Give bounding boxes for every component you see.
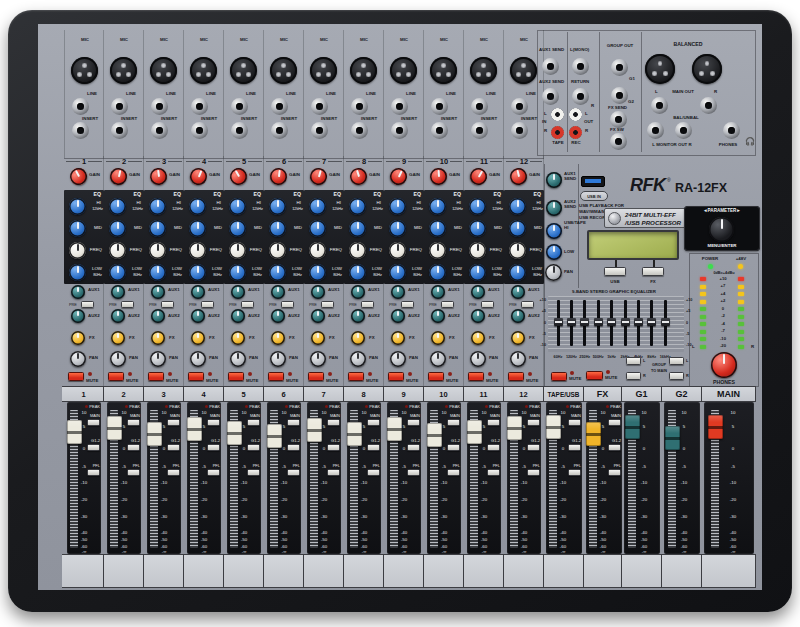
fader-scale-mark: -30: [241, 514, 247, 519]
pfl-button[interactable]: [207, 469, 220, 476]
main-button[interactable]: [167, 419, 180, 426]
fader-scale-mark: -40: [600, 530, 606, 535]
fader-scale-mark: -20: [81, 497, 87, 502]
fader-cap[interactable]: [307, 418, 322, 442]
fader-cap[interactable]: [67, 420, 82, 444]
peak-led: [165, 405, 169, 409]
fader-scale-mark: 0: [443, 446, 445, 451]
g12-button[interactable]: [207, 444, 220, 451]
fader-scale-mark: 10: [282, 410, 287, 415]
pfl-button[interactable]: [527, 469, 540, 476]
fader-cap[interactable]: [147, 422, 162, 446]
fader-scale-mark: 0: [562, 446, 564, 451]
fader-strip-8: 1050-5-10-20-30-40-50-60-∞PEAKMAING1-2PF…: [347, 402, 381, 554]
peak-led: [85, 405, 89, 409]
main-button-label: MAIN: [410, 413, 420, 418]
bottom-band-segment: [224, 555, 264, 587]
g12-button[interactable]: [447, 444, 460, 451]
fader-scale-mark: -10: [560, 480, 566, 485]
main-button[interactable]: [127, 419, 140, 426]
g12-button[interactable]: [127, 444, 140, 451]
fader-strip-tape-usb: 1050-5-10-20-30-40-50-60-∞PEAKMAING1-2PF…: [546, 402, 582, 554]
pfl-button[interactable]: [447, 469, 460, 476]
g12-button-label: G1-2: [491, 438, 500, 443]
fader-scale-mark: 5: [283, 424, 285, 429]
fader-scale-mark: -40: [560, 530, 566, 535]
g12-button[interactable]: [87, 444, 100, 451]
pfl-button-label: PFL: [93, 463, 100, 468]
fader-scale-mark: -40: [441, 530, 447, 535]
g12-button[interactable]: [287, 444, 300, 451]
fader-scale-mark: -10: [730, 480, 736, 485]
peak-label: PEAK: [129, 404, 140, 409]
fader-cap[interactable]: [227, 421, 242, 445]
fader-scale-mark: -50: [241, 537, 247, 542]
main-button-label: MAIN: [571, 413, 581, 418]
g12-button[interactable]: [608, 444, 621, 451]
peak-label: PEAK: [570, 404, 581, 409]
fader-cap[interactable]: [467, 420, 482, 444]
fader-scale-mark: -40: [281, 530, 287, 535]
g12-button[interactable]: [527, 444, 540, 451]
main-button[interactable]: [247, 419, 260, 426]
fader-cap[interactable]: [187, 417, 202, 441]
pfl-button[interactable]: [407, 469, 420, 476]
pfl-button[interactable]: [327, 469, 340, 476]
fader-cap[interactable]: [427, 423, 442, 447]
fader-scale-mark: -50: [161, 537, 167, 542]
fader-strip-6: 1050-5-10-20-30-40-50-60-∞PEAKMAING1-2PF…: [267, 402, 301, 554]
fader-scale-mark: 0: [523, 446, 525, 451]
fader-cap[interactable]: [546, 415, 561, 439]
fader-scale-mark: -50: [681, 537, 687, 542]
main-button[interactable]: [527, 419, 540, 426]
fader-scale-mark: 10: [561, 410, 566, 415]
g12-button[interactable]: [367, 444, 380, 451]
g12-button[interactable]: [327, 444, 340, 451]
fader-scale-mark: -50: [600, 537, 606, 542]
fader-scale-mark: 0: [643, 446, 645, 451]
fader-cap[interactable]: [107, 416, 122, 440]
fader-scale-mark: -10: [681, 480, 687, 485]
main-button[interactable]: [287, 419, 300, 426]
main-button[interactable]: [87, 419, 100, 426]
fader-cap[interactable]: [625, 415, 640, 439]
main-button[interactable]: [327, 419, 340, 426]
fader-scale-mark: -5: [202, 464, 206, 469]
g12-button[interactable]: [568, 444, 581, 451]
main-button[interactable]: [608, 419, 621, 426]
fader-scale-mark: -50: [201, 537, 207, 542]
main-button[interactable]: [487, 419, 500, 426]
pfl-button[interactable]: [247, 469, 260, 476]
g12-button[interactable]: [487, 444, 500, 451]
fader-cap[interactable]: [708, 415, 723, 439]
pfl-button[interactable]: [87, 469, 100, 476]
fader-scale-mark: -10: [81, 480, 87, 485]
fader-cap[interactable]: [267, 424, 282, 448]
fader-scale-mark: 5: [363, 424, 365, 429]
fader-cap[interactable]: [665, 426, 680, 450]
pfl-button[interactable]: [367, 469, 380, 476]
pfl-button[interactable]: [487, 469, 500, 476]
fader-scale-mark: -5: [682, 464, 686, 469]
pfl-button[interactable]: [568, 469, 581, 476]
g12-button[interactable]: [247, 444, 260, 451]
main-button[interactable]: [568, 419, 581, 426]
main-button[interactable]: [407, 419, 420, 426]
main-button[interactable]: [447, 419, 460, 426]
fader-cap[interactable]: [586, 422, 601, 446]
main-button[interactable]: [367, 419, 380, 426]
pfl-button-label: PFL: [173, 463, 180, 468]
g12-button[interactable]: [407, 444, 420, 451]
pfl-button[interactable]: [127, 469, 140, 476]
fader-cap[interactable]: [347, 422, 362, 446]
main-button[interactable]: [207, 419, 220, 426]
pfl-button[interactable]: [167, 469, 180, 476]
fader-cap[interactable]: [387, 417, 402, 441]
peak-led: [525, 405, 529, 409]
fader-cap[interactable]: [507, 416, 522, 440]
g12-button[interactable]: [167, 444, 180, 451]
pfl-button[interactable]: [287, 469, 300, 476]
fader-scale-mark: -30: [641, 514, 647, 519]
pfl-button[interactable]: [608, 469, 621, 476]
g12-button-label: G1-2: [91, 438, 100, 443]
